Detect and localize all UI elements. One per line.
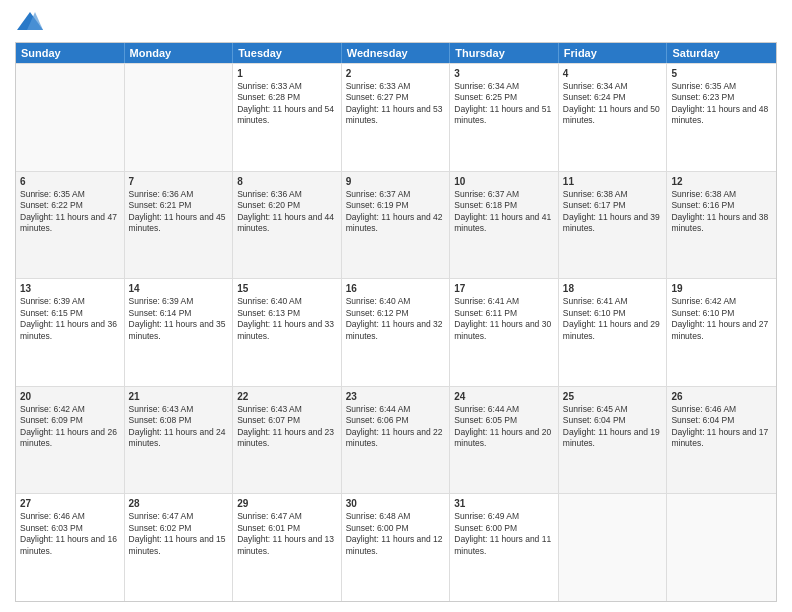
day-number: 16 [346, 282, 446, 295]
calendar-day-13: 13Sunrise: 6:39 AM Sunset: 6:15 PM Dayli… [16, 279, 125, 386]
day-number: 26 [671, 390, 772, 403]
day-info: Sunrise: 6:42 AM Sunset: 6:09 PM Dayligh… [20, 404, 120, 450]
day-number: 24 [454, 390, 554, 403]
calendar-day-18: 18Sunrise: 6:41 AM Sunset: 6:10 PM Dayli… [559, 279, 668, 386]
day-info: Sunrise: 6:36 AM Sunset: 6:20 PM Dayligh… [237, 189, 337, 235]
calendar-day-15: 15Sunrise: 6:40 AM Sunset: 6:13 PM Dayli… [233, 279, 342, 386]
day-info: Sunrise: 6:41 AM Sunset: 6:10 PM Dayligh… [563, 296, 663, 342]
day-info: Sunrise: 6:43 AM Sunset: 6:08 PM Dayligh… [129, 404, 229, 450]
day-info: Sunrise: 6:37 AM Sunset: 6:19 PM Dayligh… [346, 189, 446, 235]
logo-icon [15, 10, 45, 34]
calendar-day-12: 12Sunrise: 6:38 AM Sunset: 6:16 PM Dayli… [667, 172, 776, 279]
calendar-day-8: 8Sunrise: 6:36 AM Sunset: 6:20 PM Daylig… [233, 172, 342, 279]
calendar-day-30: 30Sunrise: 6:48 AM Sunset: 6:00 PM Dayli… [342, 494, 451, 601]
day-number: 27 [20, 497, 120, 510]
calendar-day-27: 27Sunrise: 6:46 AM Sunset: 6:03 PM Dayli… [16, 494, 125, 601]
calendar-day-23: 23Sunrise: 6:44 AM Sunset: 6:06 PM Dayli… [342, 387, 451, 494]
calendar-day-29: 29Sunrise: 6:47 AM Sunset: 6:01 PM Dayli… [233, 494, 342, 601]
calendar-day-5: 5Sunrise: 6:35 AM Sunset: 6:23 PM Daylig… [667, 64, 776, 171]
day-info: Sunrise: 6:34 AM Sunset: 6:24 PM Dayligh… [563, 81, 663, 127]
calendar-day-9: 9Sunrise: 6:37 AM Sunset: 6:19 PM Daylig… [342, 172, 451, 279]
calendar-day-2: 2Sunrise: 6:33 AM Sunset: 6:27 PM Daylig… [342, 64, 451, 171]
calendar-day-31: 31Sunrise: 6:49 AM Sunset: 6:00 PM Dayli… [450, 494, 559, 601]
day-info: Sunrise: 6:42 AM Sunset: 6:10 PM Dayligh… [671, 296, 772, 342]
calendar-day-25: 25Sunrise: 6:45 AM Sunset: 6:04 PM Dayli… [559, 387, 668, 494]
day-number: 28 [129, 497, 229, 510]
day-info: Sunrise: 6:38 AM Sunset: 6:16 PM Dayligh… [671, 189, 772, 235]
calendar-day-19: 19Sunrise: 6:42 AM Sunset: 6:10 PM Dayli… [667, 279, 776, 386]
day-info: Sunrise: 6:39 AM Sunset: 6:15 PM Dayligh… [20, 296, 120, 342]
day-info: Sunrise: 6:45 AM Sunset: 6:04 PM Dayligh… [563, 404, 663, 450]
calendar-empty-cell [125, 64, 234, 171]
calendar-week-4: 20Sunrise: 6:42 AM Sunset: 6:09 PM Dayli… [16, 386, 776, 494]
day-info: Sunrise: 6:34 AM Sunset: 6:25 PM Dayligh… [454, 81, 554, 127]
day-number: 7 [129, 175, 229, 188]
day-info: Sunrise: 6:33 AM Sunset: 6:28 PM Dayligh… [237, 81, 337, 127]
calendar: SundayMondayTuesdayWednesdayThursdayFrid… [15, 42, 777, 602]
weekday-header-sunday: Sunday [16, 43, 125, 63]
day-info: Sunrise: 6:44 AM Sunset: 6:06 PM Dayligh… [346, 404, 446, 450]
calendar-day-6: 6Sunrise: 6:35 AM Sunset: 6:22 PM Daylig… [16, 172, 125, 279]
day-number: 12 [671, 175, 772, 188]
calendar-empty-cell [667, 494, 776, 601]
calendar-day-28: 28Sunrise: 6:47 AM Sunset: 6:02 PM Dayli… [125, 494, 234, 601]
calendar-day-20: 20Sunrise: 6:42 AM Sunset: 6:09 PM Dayli… [16, 387, 125, 494]
day-info: Sunrise: 6:49 AM Sunset: 6:00 PM Dayligh… [454, 511, 554, 557]
day-info: Sunrise: 6:39 AM Sunset: 6:14 PM Dayligh… [129, 296, 229, 342]
logo [15, 10, 49, 34]
weekday-header-wednesday: Wednesday [342, 43, 451, 63]
calendar-day-14: 14Sunrise: 6:39 AM Sunset: 6:14 PM Dayli… [125, 279, 234, 386]
day-number: 2 [346, 67, 446, 80]
day-number: 22 [237, 390, 337, 403]
calendar-day-16: 16Sunrise: 6:40 AM Sunset: 6:12 PM Dayli… [342, 279, 451, 386]
day-number: 6 [20, 175, 120, 188]
calendar-day-24: 24Sunrise: 6:44 AM Sunset: 6:05 PM Dayli… [450, 387, 559, 494]
calendar-day-22: 22Sunrise: 6:43 AM Sunset: 6:07 PM Dayli… [233, 387, 342, 494]
day-info: Sunrise: 6:46 AM Sunset: 6:03 PM Dayligh… [20, 511, 120, 557]
calendar-week-3: 13Sunrise: 6:39 AM Sunset: 6:15 PM Dayli… [16, 278, 776, 386]
weekday-header-saturday: Saturday [667, 43, 776, 63]
day-number: 10 [454, 175, 554, 188]
day-number: 21 [129, 390, 229, 403]
day-number: 1 [237, 67, 337, 80]
day-number: 13 [20, 282, 120, 295]
day-number: 17 [454, 282, 554, 295]
calendar-day-1: 1Sunrise: 6:33 AM Sunset: 6:28 PM Daylig… [233, 64, 342, 171]
calendar-day-3: 3Sunrise: 6:34 AM Sunset: 6:25 PM Daylig… [450, 64, 559, 171]
day-number: 20 [20, 390, 120, 403]
day-info: Sunrise: 6:40 AM Sunset: 6:12 PM Dayligh… [346, 296, 446, 342]
calendar-day-21: 21Sunrise: 6:43 AM Sunset: 6:08 PM Dayli… [125, 387, 234, 494]
day-number: 23 [346, 390, 446, 403]
day-number: 11 [563, 175, 663, 188]
day-number: 30 [346, 497, 446, 510]
weekday-header-tuesday: Tuesday [233, 43, 342, 63]
header [15, 10, 777, 34]
calendar-day-7: 7Sunrise: 6:36 AM Sunset: 6:21 PM Daylig… [125, 172, 234, 279]
calendar-day-11: 11Sunrise: 6:38 AM Sunset: 6:17 PM Dayli… [559, 172, 668, 279]
day-number: 25 [563, 390, 663, 403]
day-number: 18 [563, 282, 663, 295]
day-number: 9 [346, 175, 446, 188]
day-info: Sunrise: 6:40 AM Sunset: 6:13 PM Dayligh… [237, 296, 337, 342]
day-number: 19 [671, 282, 772, 295]
day-number: 29 [237, 497, 337, 510]
day-info: Sunrise: 6:36 AM Sunset: 6:21 PM Dayligh… [129, 189, 229, 235]
weekday-header-monday: Monday [125, 43, 234, 63]
calendar-day-10: 10Sunrise: 6:37 AM Sunset: 6:18 PM Dayli… [450, 172, 559, 279]
calendar-body: 1Sunrise: 6:33 AM Sunset: 6:28 PM Daylig… [16, 63, 776, 601]
day-info: Sunrise: 6:44 AM Sunset: 6:05 PM Dayligh… [454, 404, 554, 450]
calendar-header-row: SundayMondayTuesdayWednesdayThursdayFrid… [16, 43, 776, 63]
day-info: Sunrise: 6:41 AM Sunset: 6:11 PM Dayligh… [454, 296, 554, 342]
page: SundayMondayTuesdayWednesdayThursdayFrid… [0, 0, 792, 612]
day-number: 4 [563, 67, 663, 80]
day-info: Sunrise: 6:47 AM Sunset: 6:02 PM Dayligh… [129, 511, 229, 557]
day-number: 31 [454, 497, 554, 510]
weekday-header-thursday: Thursday [450, 43, 559, 63]
day-number: 5 [671, 67, 772, 80]
calendar-day-26: 26Sunrise: 6:46 AM Sunset: 6:04 PM Dayli… [667, 387, 776, 494]
day-info: Sunrise: 6:46 AM Sunset: 6:04 PM Dayligh… [671, 404, 772, 450]
day-number: 14 [129, 282, 229, 295]
calendar-day-17: 17Sunrise: 6:41 AM Sunset: 6:11 PM Dayli… [450, 279, 559, 386]
day-info: Sunrise: 6:35 AM Sunset: 6:23 PM Dayligh… [671, 81, 772, 127]
calendar-week-5: 27Sunrise: 6:46 AM Sunset: 6:03 PM Dayli… [16, 493, 776, 601]
